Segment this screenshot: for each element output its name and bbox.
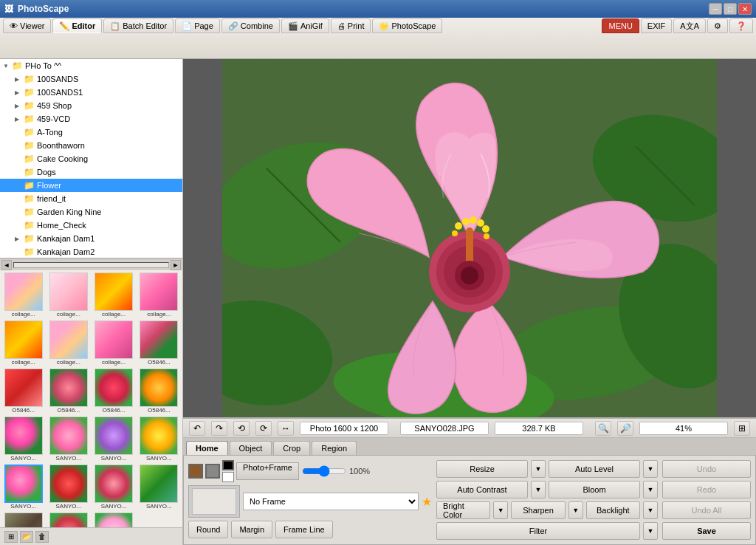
minimize-button[interactable]: ─ xyxy=(709,3,722,15)
hscroll-right-btn[interactable]: ► xyxy=(171,260,181,270)
undo-status-btn[interactable]: ↶ xyxy=(189,421,205,436)
frame-slider[interactable] xyxy=(302,465,346,477)
bloom-button[interactable]: Bloom xyxy=(549,481,640,498)
tree-item-100SANDS[interactable]: ▶ 📁 100SANDS xyxy=(0,72,182,86)
list-item[interactable]: collage... xyxy=(92,272,136,318)
rotate-cw-btn[interactable]: ⟳ xyxy=(255,421,272,436)
file-tree[interactable]: ▼ 📁 PHo To ^^ ▶ 📁 100SANDS ▶ 📁 100SANDS1… xyxy=(0,59,182,258)
tree-item-Boonthaworn[interactable]: 📁 Boonthaworn xyxy=(0,139,182,152)
margin-button[interactable]: Margin xyxy=(231,521,272,538)
list-item[interactable]: SANYO... xyxy=(47,416,90,462)
nav-folder-btn[interactable]: 📂 xyxy=(20,531,33,543)
tree-item-Flower[interactable]: 📁 Flower xyxy=(0,179,182,192)
frame-line-button[interactable]: Frame Line xyxy=(275,521,333,538)
tab-photoscape[interactable]: 🌟 PhotoScape xyxy=(372,18,442,33)
swatch-gray[interactable] xyxy=(205,464,220,479)
fit-btn[interactable]: ⊞ xyxy=(734,421,750,436)
tab-combine[interactable]: 🔗 Combine xyxy=(221,18,280,33)
lang-button[interactable]: A文A xyxy=(673,18,706,33)
tree-item-GardenKingNine[interactable]: 📁 Garden King Nine xyxy=(0,205,182,219)
tree-hscroll[interactable]: ◄ ► xyxy=(0,258,182,270)
settings-button[interactable]: ⚙ xyxy=(707,18,728,33)
list-item[interactable]: SANYO... xyxy=(137,416,181,462)
tab-object[interactable]: Object xyxy=(230,441,272,455)
list-item[interactable]: O5846... xyxy=(137,368,181,414)
help-button[interactable]: ❓ xyxy=(729,18,753,33)
bloom-dropdown[interactable]: ▼ xyxy=(643,481,658,498)
swatch-black[interactable] xyxy=(222,460,234,470)
list-item[interactable]: SANYO... xyxy=(92,464,136,510)
close-button[interactable]: ✕ xyxy=(738,3,752,15)
auto-contrast-button[interactable]: Auto Contrast xyxy=(436,481,528,498)
sharpen-button[interactable]: Sharpen xyxy=(511,501,565,519)
tree-item-KankajanDam2[interactable]: 📁 Kankajan Dam2 xyxy=(0,245,182,258)
flip-btn[interactable]: ↔ xyxy=(278,421,294,436)
list-item[interactable]: collage... xyxy=(47,272,90,318)
list-item[interactable]: SANYO... xyxy=(47,464,90,510)
list-item[interactable]: SANYO... xyxy=(47,512,90,527)
auto-level-dropdown[interactable]: ▼ xyxy=(643,460,658,478)
save-button[interactable]: Save xyxy=(662,522,751,540)
sharpen-dropdown[interactable]: ▼ xyxy=(568,501,583,519)
round-button[interactable]: Round xyxy=(188,521,228,538)
tree-item-CakeCooking[interactable]: 📁 Cake Cooking xyxy=(0,152,182,165)
tree-item-100SANDS1[interactable]: ▶ 📁 100SANDS1 xyxy=(0,86,182,99)
list-item[interactable]: SANYO... xyxy=(92,416,136,462)
backlight-button[interactable]: Backlight xyxy=(586,501,640,519)
list-item[interactable]: SANYO... xyxy=(92,512,136,527)
tab-home[interactable]: Home xyxy=(186,441,228,455)
bright-color-button[interactable]: Bright Color xyxy=(436,501,490,519)
tree-item-HomeCheck[interactable]: 📁 Home_Check xyxy=(0,219,182,232)
filter-button[interactable]: Filter xyxy=(436,522,640,540)
redo-button[interactable]: Redo xyxy=(662,481,751,498)
favorite-frame-btn[interactable]: ★ xyxy=(422,495,432,509)
list-item[interactable]: SANYO... xyxy=(137,464,181,510)
list-item[interactable]: SANYO... xyxy=(1,416,45,462)
list-item[interactable]: O5846... xyxy=(92,368,136,414)
list-item[interactable]: collage... xyxy=(1,272,45,318)
tab-editor[interactable]: ✏️ Editor xyxy=(52,18,102,33)
tree-item-ATong[interactable]: 📁 A-Tong xyxy=(0,126,182,139)
tab-region[interactable]: Region xyxy=(312,441,357,455)
list-item[interactable]: SANYO... xyxy=(1,512,45,527)
tree-item-459VCD[interactable]: ▶ 📁 459-VCD xyxy=(0,112,182,126)
zoom-out-btn[interactable]: 🔍 xyxy=(595,421,611,436)
swatch-brown[interactable] xyxy=(188,464,203,479)
auto-contrast-dropdown[interactable]: ▼ xyxy=(531,481,546,498)
tree-item-459Shop[interactable]: ▶ 📁 459 Shop xyxy=(0,99,182,112)
tab-batch-editor[interactable]: 📋 Batch Editor xyxy=(103,18,173,33)
list-item[interactable]: O5846... xyxy=(1,368,45,414)
maximize-button[interactable]: □ xyxy=(724,3,737,15)
nav-delete-btn[interactable]: 🗑 xyxy=(35,531,49,543)
frame-select[interactable]: No Frame xyxy=(243,493,419,510)
list-item[interactable]: collage... xyxy=(47,320,90,366)
tree-root[interactable]: ▼ 📁 PHo To ^^ xyxy=(0,59,182,72)
bright-color-dropdown[interactable]: ▼ xyxy=(493,501,508,519)
list-item[interactable]: collage... xyxy=(92,320,136,366)
tab-crop[interactable]: Crop xyxy=(273,441,310,455)
list-item[interactable]: O5846... xyxy=(47,368,90,414)
swatch-white[interactable] xyxy=(222,472,234,482)
undo-button[interactable]: Undo xyxy=(662,460,751,478)
tree-item-Dogs[interactable]: 📁 Dogs xyxy=(0,165,182,179)
tab-page[interactable]: 📄 Page xyxy=(175,18,220,33)
tab-anigif[interactable]: 🎬 AniGif xyxy=(281,18,329,33)
resize-dropdown[interactable]: ▼ xyxy=(531,460,546,478)
tree-item-KankajanDam1[interactable]: ▶ 📁 Kankajan Dam1 xyxy=(0,232,182,245)
tab-viewer[interactable]: 👁 Viewer xyxy=(3,18,51,33)
resize-button[interactable]: Resize xyxy=(436,460,528,478)
auto-level-button[interactable]: Auto Level xyxy=(549,460,640,478)
list-item[interactable]: collage... xyxy=(137,272,181,318)
list-item[interactable]: SANYO... xyxy=(1,464,45,510)
zoom-in-btn[interactable]: 🔎 xyxy=(617,421,633,436)
redo-status-btn[interactable]: ↷ xyxy=(211,421,227,436)
tab-print[interactable]: 🖨 Print xyxy=(331,18,371,33)
list-item[interactable]: collage... xyxy=(1,320,45,366)
backlight-dropdown[interactable]: ▼ xyxy=(643,501,658,519)
filter-dropdown[interactable]: ▼ xyxy=(643,522,658,540)
nav-prev-btn[interactable]: ⊞ xyxy=(4,531,18,543)
list-item[interactable]: O5846... xyxy=(137,320,181,366)
exif-button[interactable]: EXIF xyxy=(641,18,672,33)
tree-item-friendIt[interactable]: 📁 friend_it xyxy=(0,192,182,205)
photo-frame-button[interactable]: Photo+Frame xyxy=(236,462,299,480)
